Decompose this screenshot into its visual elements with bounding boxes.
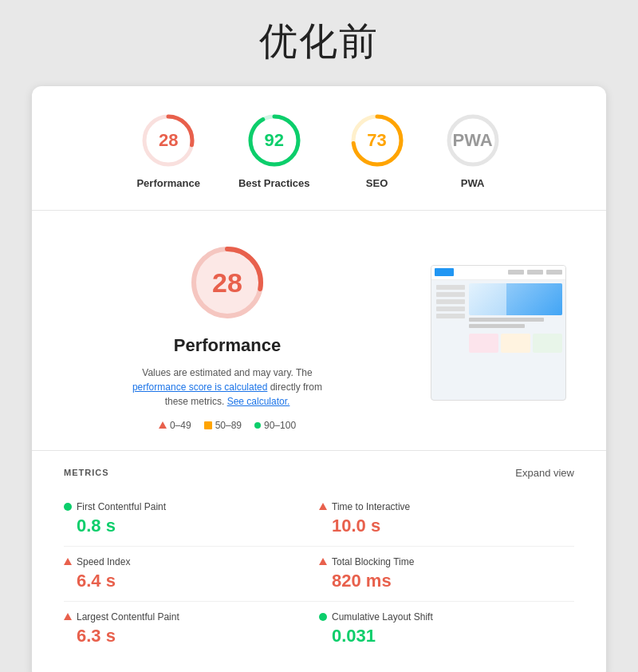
- ss-sidebar-item-5: [436, 314, 465, 318]
- metric-cls-value: 0.031: [332, 626, 574, 646]
- metric-speed-index: Speed Index 6.4 s: [64, 547, 319, 602]
- screenshot-preview-container: [423, 235, 574, 431]
- metric-tti-name: Time to Interactive: [332, 501, 410, 512]
- legend-item-fail: 0–49: [159, 420, 191, 431]
- legend-range-0-49: 0–49: [170, 420, 191, 431]
- metrics-header: METRICS Expand view: [64, 467, 574, 479]
- ss-main: [469, 283, 562, 397]
- ss-banner: [469, 283, 562, 315]
- metric-tti-value: 10.0 s: [332, 516, 574, 536]
- ss-logo: [435, 268, 454, 276]
- metric-fcp-header: First Contentful Paint: [64, 501, 319, 512]
- ss-nav: [508, 270, 562, 275]
- score-value-seo: 73: [367, 130, 386, 151]
- ss-nav-item-1: [508, 270, 524, 275]
- metric-cls-indicator: [319, 613, 327, 621]
- score-circle-performance: 28: [140, 112, 197, 169]
- score-label-seo: SEO: [366, 177, 388, 191]
- ss-text-2: [469, 324, 525, 328]
- legend-range-50-89: 50–89: [215, 420, 242, 431]
- metric-si-value: 6.4 s: [77, 571, 319, 591]
- ss-product-1: [469, 334, 498, 353]
- performance-title: Performance: [174, 335, 282, 356]
- perf-score-link[interactable]: performance score is calculated: [132, 381, 267, 393]
- metric-first-contentful-paint: First Contentful Paint 0.8 s: [64, 492, 319, 547]
- metric-tbt-header: Total Blocking Time: [319, 556, 574, 567]
- score-value-pwa: PWA: [452, 130, 492, 151]
- metric-largest-contentful-paint: Largest Contentful Paint 6.3 s: [64, 602, 319, 656]
- ss-nav-item-2: [527, 270, 543, 275]
- metric-si-indicator: [64, 558, 72, 565]
- score-label-pwa: PWA: [461, 177, 485, 191]
- ss-body: [431, 280, 565, 400]
- ss-products: [469, 334, 562, 353]
- metric-lcp-name: Largest Contentful Paint: [77, 611, 179, 623]
- metrics-section: METRICS Expand view First Contentful Pai…: [32, 451, 606, 672]
- desc-text-1: Values are estimated and may vary. The: [142, 367, 312, 378]
- legend-dot-green: [254, 422, 261, 429]
- big-score-circle: 28: [187, 243, 267, 322]
- metric-cumulative-layout-shift: Cumulative Layout Shift 0.031: [319, 602, 574, 656]
- ss-sidebar-item-2: [436, 292, 465, 297]
- metric-fcp-value: 0.8 s: [77, 516, 319, 536]
- metric-tbt-name: Total Blocking Time: [332, 556, 414, 567]
- metrics-grid: First Contentful Paint 0.8 s Time to Int…: [64, 492, 574, 656]
- performance-detail-left: 28 Performance Values are estimated and …: [64, 235, 391, 431]
- ss-product-2: [501, 334, 530, 353]
- ss-header: [431, 266, 565, 280]
- score-item-pwa: PWA PWA: [444, 112, 502, 191]
- see-calculator-link[interactable]: See calculator.: [227, 396, 290, 407]
- metric-lcp-indicator: [64, 613, 72, 620]
- metric-cls-name: Cumulative Layout Shift: [332, 611, 433, 623]
- legend-item-average: 50–89: [204, 420, 242, 431]
- expand-view-button[interactable]: Expand view: [515, 467, 574, 479]
- ss-sidebar-item-4: [436, 306, 465, 311]
- ss-sidebar: [435, 283, 467, 397]
- score-item-seo: 73 SEO: [349, 112, 406, 191]
- scores-section: 28 Performance 92 Best Practices: [32, 86, 606, 211]
- score-item-performance: 28 Performance: [136, 112, 199, 191]
- legend-square-yellow: [204, 421, 212, 429]
- score-label-best-practices: Best Practices: [238, 177, 310, 191]
- metric-fcp-name: First Contentful Paint: [77, 501, 166, 512]
- score-circle-seo: 73: [349, 112, 406, 169]
- metric-tti-header: Time to Interactive: [319, 501, 574, 512]
- big-score-value: 28: [212, 267, 242, 298]
- legend-triangle-red: [159, 421, 167, 429]
- metric-tbt-indicator: [319, 558, 327, 565]
- ss-sidebar-item-1: [436, 285, 465, 290]
- metric-time-to-interactive: Time to Interactive 10.0 s: [319, 492, 574, 547]
- metric-total-blocking-time: Total Blocking Time 820 ms: [319, 547, 574, 602]
- metric-cls-header: Cumulative Layout Shift: [319, 611, 574, 623]
- score-value-performance: 28: [159, 130, 178, 151]
- legend-range-90-100: 90–100: [264, 420, 296, 431]
- score-circle-pwa: PWA: [444, 112, 502, 169]
- page-title: 优化前: [259, 16, 379, 67]
- metric-fcp-indicator: [64, 503, 72, 511]
- metric-lcp-value: 6.3 s: [77, 626, 319, 646]
- score-value-best-practices: 92: [264, 130, 283, 151]
- legend-item-pass: 90–100: [254, 420, 296, 431]
- ss-nav-item-3: [546, 270, 562, 275]
- ss-product-3: [533, 334, 562, 353]
- ss-text-1: [469, 318, 544, 322]
- detail-section: 28 Performance Values are estimated and …: [32, 211, 606, 451]
- performance-description: Values are estimated and may vary. The p…: [124, 366, 331, 409]
- main-card: 28 Performance 92 Best Practices: [32, 86, 606, 672]
- score-circle-best-practices: 92: [246, 112, 303, 169]
- ss-sidebar-item-3: [436, 299, 465, 304]
- score-item-best-practices: 92 Best Practices: [238, 112, 310, 191]
- metric-lcp-header: Largest Contentful Paint: [64, 611, 319, 623]
- score-label-performance: Performance: [136, 177, 199, 191]
- metric-tbt-value: 820 ms: [332, 571, 574, 591]
- metric-si-header: Speed Index: [64, 556, 319, 567]
- metric-si-name: Speed Index: [77, 556, 130, 567]
- screenshot-preview: [431, 265, 566, 401]
- metric-tti-indicator: [319, 503, 327, 510]
- score-legend: 0–49 50–89 90–100: [159, 420, 296, 431]
- screenshot-inner: [431, 266, 565, 400]
- metrics-title: METRICS: [64, 468, 109, 477]
